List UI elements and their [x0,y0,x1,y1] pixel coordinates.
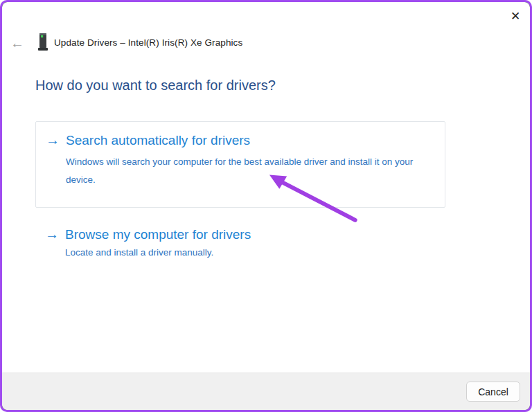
arrow-right-icon: → [46,132,60,148]
dialog-header: ← Update Drivers – Intel(R) Iris(R) Xe G… [2,33,530,55]
close-button[interactable]: ✕ [505,6,526,26]
option-title: Search automatically for drivers [66,133,250,148]
dialog-footer: Cancel [2,373,530,410]
window-title: Update Drivers – Intel(R) Iris(R) Xe Gra… [54,37,242,48]
back-arrow-icon: ← [10,35,24,51]
option-description: Windows will search your computer for th… [66,153,432,189]
arrow-right-icon: → [45,226,59,242]
close-icon: ✕ [511,9,520,24]
screenshot-frame: ✕ ← Update Drivers – Intel(R) Iris(R) Xe… [0,0,532,412]
option-title: Browse my computer for drivers [65,227,251,242]
option-browse-computer[interactable]: → Browse my computer for drivers Locate … [35,217,445,269]
option-search-automatically[interactable]: → Search automatically for drivers Windo… [35,121,445,208]
option-description: Locate and install a driver manually. [65,247,431,259]
cancel-button[interactable]: Cancel [466,382,520,402]
back-button[interactable]: ← [8,34,27,52]
display-adapter-icon [37,33,48,52]
page-title: How do you want to search for drivers? [35,78,276,93]
update-drivers-dialog: ✕ ← Update Drivers – Intel(R) Iris(R) Xe… [2,2,530,410]
